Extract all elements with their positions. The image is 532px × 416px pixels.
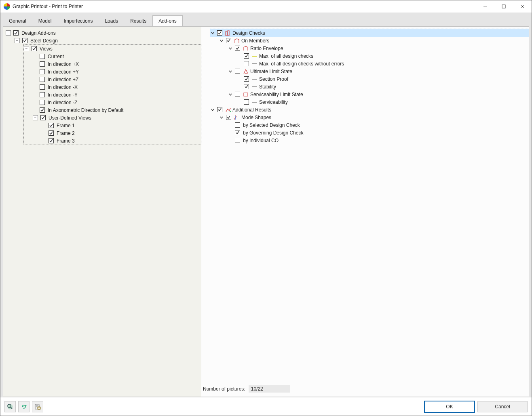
- line-icon: [252, 99, 258, 105]
- chevron-down-icon[interactable]: [210, 31, 215, 35]
- checkbox-frame3[interactable]: [49, 138, 54, 143]
- tree-label: Max. of all design checks without errors: [259, 61, 344, 67]
- expander-icon[interactable]: −: [15, 38, 20, 43]
- uls-icon: [243, 69, 249, 74]
- expander-icon[interactable]: −: [33, 115, 38, 120]
- refresh-button[interactable]: [18, 401, 30, 412]
- checkbox-serviceability[interactable]: [244, 99, 249, 105]
- save-template-button[interactable]: [32, 401, 43, 412]
- tab-imperfections[interactable]: Imperfections: [57, 15, 99, 27]
- line-icon: [252, 76, 258, 82]
- tree-label: by Individual CO: [243, 138, 279, 143]
- checkbox-section-proof[interactable]: [244, 76, 249, 82]
- checkbox-mode-shapes[interactable]: [226, 115, 231, 120]
- checkbox-stability[interactable]: [244, 84, 249, 89]
- checkbox-axo-default[interactable]: [40, 107, 45, 113]
- expander-icon[interactable]: −: [6, 30, 11, 36]
- svg-rect-2: [228, 31, 229, 36]
- tab-results[interactable]: Results: [124, 15, 152, 27]
- tree-label: Max. of all design checks: [259, 53, 313, 59]
- window-title: Graphic Printout - Print to Printer: [13, 4, 476, 9]
- tree-label: Steel Design: [30, 38, 58, 44]
- tree-label: In direction -Y: [48, 92, 78, 98]
- pictures-count-row: Number of pictures: 10/22: [201, 383, 529, 397]
- tree-label: In direction +Z: [48, 77, 78, 82]
- checkbox-dir-mx[interactable]: [40, 84, 45, 90]
- tree-label: Ratio Envelope: [250, 46, 283, 51]
- tree-label: In direction -Z: [48, 100, 77, 105]
- dialog-footer: OK Cancel: [0, 397, 532, 416]
- checkbox-steel-design[interactable]: [22, 38, 27, 43]
- chevron-down-icon[interactable]: [219, 38, 224, 43]
- checkbox-design-addons[interactable]: [13, 30, 19, 36]
- checkbox-dir-pz[interactable]: [40, 77, 45, 82]
- checkbox-dir-py[interactable]: [40, 69, 45, 74]
- tree-label: Frame 3: [57, 138, 75, 144]
- line-icon: [252, 61, 258, 67]
- chevron-down-icon[interactable]: [210, 107, 215, 112]
- tree-label: On Members: [241, 38, 269, 44]
- tab-strip: General Model Imperfections Loads Result…: [3, 15, 529, 27]
- tab-model[interactable]: Model: [32, 15, 58, 27]
- window-maximize-button[interactable]: [494, 0, 513, 13]
- window-minimize-button[interactable]: [476, 0, 494, 13]
- tree-label: Ultimate Limit State: [250, 69, 292, 74]
- members-icon: [234, 38, 240, 44]
- checkbox-frame2[interactable]: [49, 130, 54, 136]
- line-icon: [252, 84, 258, 90]
- tab-page-addons: − Design Add-ons − Steel Design: [3, 26, 529, 397]
- checkbox-user-views[interactable]: [40, 115, 46, 120]
- chevron-down-icon[interactable]: [228, 92, 232, 97]
- line-icon: [252, 53, 258, 59]
- tree-label: Serviceability Limit State: [250, 92, 303, 97]
- tree-label: by Governing Design Check: [243, 130, 303, 136]
- mode-shapes-icon: [234, 115, 240, 120]
- help-button[interactable]: [4, 401, 16, 412]
- pictures-count-label: Number of pictures:: [203, 386, 245, 392]
- tree-label: Serviceability: [259, 99, 288, 105]
- checkbox-additional-results[interactable]: [217, 107, 222, 112]
- chevron-down-icon[interactable]: [228, 69, 232, 74]
- tree-label: by Selected Design Check: [243, 122, 300, 128]
- tree-label: Design Add-ons: [21, 30, 56, 36]
- ok-button[interactable]: OK: [424, 401, 475, 413]
- tree-label: Additional Results: [232, 107, 271, 113]
- checkbox-dir-my[interactable]: [40, 92, 45, 97]
- checkbox-frame1[interactable]: [49, 123, 54, 128]
- checkbox-by-governing[interactable]: [235, 130, 240, 135]
- checkbox-by-individual-co[interactable]: [235, 138, 240, 143]
- checkbox-uls[interactable]: [235, 69, 240, 74]
- tab-loads[interactable]: Loads: [99, 15, 124, 27]
- additional-results-icon: [225, 107, 231, 113]
- dialog-window: Graphic Printout - Print to Printer Gene…: [0, 0, 532, 416]
- tree-label: In direction +X: [48, 61, 79, 67]
- checkbox-sls[interactable]: [235, 92, 240, 97]
- tab-addons[interactable]: Add-ons: [152, 15, 183, 27]
- tab-general[interactable]: General: [3, 15, 32, 27]
- checkbox-max-noerr[interactable]: [244, 61, 249, 66]
- checkbox-design-checks[interactable]: [217, 30, 222, 36]
- tree-label: Frame 1: [57, 123, 75, 128]
- checkbox-dir-px[interactable]: [40, 61, 45, 67]
- tree-label: Current: [48, 54, 64, 59]
- checkbox-ratio-envelope[interactable]: [235, 46, 240, 51]
- tree-label: In direction +Y: [48, 69, 79, 75]
- tree-label: User-Defined Views: [49, 115, 91, 121]
- sls-icon: [243, 92, 249, 97]
- tree-label: In direction -X: [48, 84, 78, 90]
- checkbox-current[interactable]: [40, 54, 45, 59]
- expander-icon[interactable]: −: [24, 46, 29, 51]
- tree-label: Section Proof: [259, 76, 288, 82]
- cancel-button[interactable]: Cancel: [477, 401, 528, 412]
- tree-label: In Axonometric Direction by Default: [48, 107, 123, 113]
- checkbox-max-all[interactable]: [244, 53, 249, 59]
- checkbox-views[interactable]: [32, 46, 37, 51]
- chevron-down-icon[interactable]: [219, 115, 224, 120]
- left-tree: − Design Add-ons − Steel Design: [3, 27, 201, 397]
- chevron-down-icon[interactable]: [228, 46, 232, 50]
- checkbox-by-selected[interactable]: [235, 122, 240, 128]
- checkbox-on-members[interactable]: [226, 38, 231, 43]
- window-close-button[interactable]: [513, 0, 532, 13]
- checkbox-dir-mz[interactable]: [40, 100, 45, 105]
- ratio-envelope-icon: [243, 46, 249, 51]
